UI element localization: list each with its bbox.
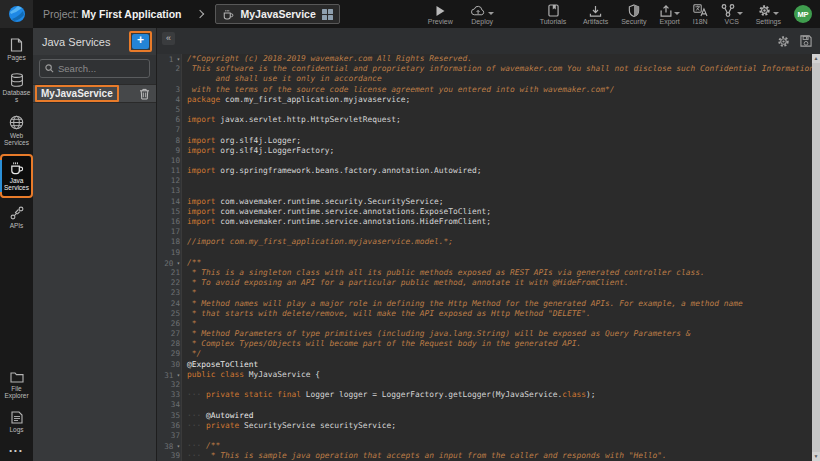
fold-toggle-icon[interactable]: ▾ (173, 56, 180, 62)
code-line[interactable]: 20 ▾/** (157, 258, 820, 268)
sidebar-item-label: Java Services (2, 177, 31, 192)
collapse-panel-button[interactable]: « (162, 32, 175, 45)
code-line[interactable]: 11import org.springframework.beans.facto… (157, 166, 820, 176)
tutorials-button[interactable]: Tutorials (540, 4, 567, 25)
add-java-service-button[interactable]: + (132, 34, 149, 49)
service-search-box[interactable] (39, 59, 150, 78)
top-bar: Project: My First Application MyJavaServ… (0, 0, 820, 28)
code-line[interactable]: 8import org.slf4j.Logger; (157, 136, 820, 146)
code-line[interactable]: 17 (157, 227, 820, 237)
line-number: 24 (157, 299, 182, 309)
export-button[interactable]: Export (659, 4, 679, 25)
sidebar-item-databases[interactable]: Databases (0, 67, 33, 109)
code-line[interactable]: 24 * Method names will play a major role… (157, 299, 820, 309)
security-label: Security (621, 18, 646, 25)
code-line[interactable]: 39··· * This is sample java operation th… (157, 451, 820, 461)
code-line[interactable]: 38 ▾··· /** (157, 441, 820, 451)
code-line[interactable]: 4package com.my_first_application.myjava… (157, 95, 820, 105)
code-line[interactable]: 15import com.wavemaker.runtime.service.a… (157, 207, 820, 217)
code-line[interactable]: 1 ▾/*Copyright (c) 2018-2019 wavemaker.c… (157, 54, 820, 64)
code-line[interactable]: 22 * To avoid exposing an API for a part… (157, 278, 820, 288)
project-name[interactable]: My First Application (82, 8, 182, 20)
code-text: import com.wavemaker.runtime.service.ann… (182, 217, 491, 227)
code-editor: « 1 ▾/*Copyright (c) 2018-2019 wavemaker… (157, 28, 820, 461)
wavemaker-logo[interactable] (0, 0, 33, 28)
code-line[interactable]: 13 (157, 186, 820, 196)
save-floppy-icon[interactable] (800, 35, 812, 47)
delete-trash-icon[interactable] (139, 88, 150, 100)
security-button[interactable]: Security (621, 4, 646, 25)
line-number[interactable]: 38 ▾ (157, 441, 182, 451)
code-line[interactable]: 9import org.slf4j.LoggerFactory; (157, 146, 820, 156)
code-line[interactable]: 3 with the terms of the source code lice… (157, 85, 820, 95)
i18n-button[interactable]: I18N (693, 4, 708, 25)
code-line[interactable]: 30@ExposeToClient (157, 360, 820, 370)
code-line[interactable]: 32 (157, 380, 820, 390)
export-label: Export (659, 18, 679, 25)
line-number[interactable]: 1 ▾ (157, 54, 182, 64)
sidebar-item-apis[interactable]: APIs (0, 200, 33, 235)
vcs-button[interactable]: VCS (721, 4, 743, 25)
code-line[interactable]: 36··· private SecurityService securitySe… (157, 421, 820, 431)
sidebar-item-logs[interactable]: Logs (0, 405, 33, 439)
line-number: 19 (157, 248, 182, 258)
code-line[interactable]: 14import com.wavemaker.runtime.security.… (157, 197, 820, 207)
code-text: */ (182, 349, 201, 359)
code-line[interactable]: 21 * This is a singleton class with all … (157, 268, 820, 278)
log-file-icon (11, 411, 23, 424)
service-list-item[interactable]: MyJavaService (33, 84, 156, 103)
service-grid-icon[interactable] (322, 9, 333, 20)
editor-settings-gear-icon[interactable] (777, 35, 790, 48)
api-icon (10, 206, 24, 220)
scroll-up-arrow-icon[interactable]: ▲ (812, 54, 820, 63)
code-line[interactable]: 31 ▾public class MyJavaService { (157, 370, 820, 380)
code-text (182, 105, 187, 115)
fold-toggle-icon[interactable]: ▾ (173, 443, 180, 449)
code-line[interactable]: 28 * Complex Types/Objects will become p… (157, 339, 820, 349)
settings-button[interactable]: Settings (756, 4, 781, 25)
code-line[interactable]: 26 * (157, 319, 820, 329)
code-line[interactable]: 19 (157, 248, 820, 258)
code-line[interactable]: 33··· private static final Logger logger… (157, 390, 820, 400)
globe-icon (9, 115, 24, 130)
editor-vertical-scrollbar[interactable]: ▲ ▼ (812, 54, 820, 461)
code-line[interactable]: 18//import com.my_first_application.myja… (157, 237, 820, 247)
code-line[interactable]: 29 */ (157, 349, 820, 359)
sidebar-item-file-explorer[interactable]: File Explorer (0, 365, 33, 405)
line-number[interactable]: 31 ▾ (157, 370, 182, 380)
code-text: public class MyJavaService { (182, 370, 320, 380)
sidebar-item-web-services[interactable]: Web Services (0, 109, 33, 152)
more-options-button[interactable]: ••• (9, 438, 23, 461)
code-line[interactable]: 34 (157, 400, 820, 410)
code-line[interactable]: 23 * (157, 288, 820, 298)
code-line[interactable]: 27 * Method Parameters of type primitive… (157, 329, 820, 339)
service-search-input[interactable] (58, 63, 143, 74)
scroll-down-arrow-icon[interactable]: ▼ (812, 452, 820, 461)
code-line[interactable]: 25 * that starts with delete/remove, wil… (157, 309, 820, 319)
code-text: package com.my_first_application.myjavas… (182, 95, 410, 105)
code-text (182, 431, 187, 441)
code-line[interactable]: 12 (157, 176, 820, 186)
code-line[interactable]: 5 (157, 105, 820, 115)
sidebar-item-java-services[interactable]: Java Services (0, 154, 33, 198)
code-line[interactable]: 10 (157, 156, 820, 166)
line-number[interactable]: 20 ▾ (157, 258, 182, 268)
code-line[interactable]: 2 This software is the confidential and … (157, 64, 820, 74)
deploy-button[interactable]: Deploy (471, 4, 494, 25)
code-line[interactable]: 37 (157, 431, 820, 441)
fold-toggle-icon[interactable]: ▾ (173, 372, 180, 378)
code-line[interactable]: 7 (157, 125, 820, 135)
preview-button[interactable]: Preview (428, 4, 453, 25)
code-line[interactable]: 35··· @Autowired (157, 411, 820, 421)
line-number: 21 (157, 268, 182, 278)
code-text: /** (182, 258, 201, 268)
sidebar-item-pages[interactable]: Pages (0, 32, 33, 67)
code-line[interactable]: 16import com.wavemaker.runtime.service.a… (157, 217, 820, 227)
editor-body[interactable]: 1 ▾/*Copyright (c) 2018-2019 wavemaker.c… (157, 54, 820, 461)
tab-myjavaservice[interactable]: MyJavaService (215, 4, 339, 24)
code-line[interactable]: and shall use it only in accordance (157, 74, 820, 84)
artifacts-button[interactable]: Artifacts (583, 4, 608, 25)
user-avatar[interactable]: MP (794, 5, 812, 23)
fold-toggle-icon[interactable]: ▾ (173, 260, 180, 266)
code-line[interactable]: 6import javax.servlet.http.HttpServletRe… (157, 115, 820, 125)
